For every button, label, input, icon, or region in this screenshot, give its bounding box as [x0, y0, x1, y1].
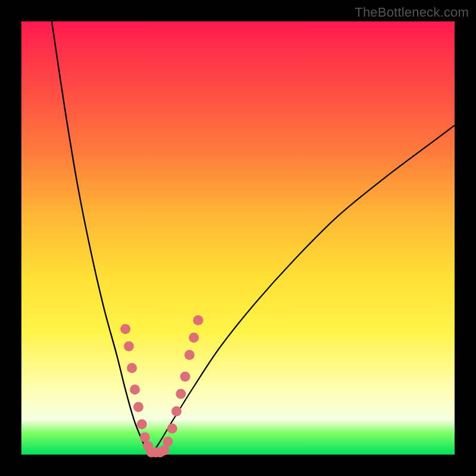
watermark-text: TheBottleneck.com: [355, 5, 469, 20]
marker-dot: [124, 342, 134, 352]
plot-area: [21, 21, 455, 455]
curve-right-branch: [151, 126, 455, 455]
marker-dot: [140, 432, 150, 442]
marker-dot: [130, 384, 140, 394]
marker-dot: [159, 445, 170, 455]
trough-dots: [120, 315, 203, 458]
marker-dot: [137, 419, 147, 430]
marker-dot: [167, 424, 177, 434]
marker-dot: [180, 371, 190, 381]
marker-dot: [184, 350, 195, 360]
marker-dot: [193, 315, 203, 325]
curve-layer: [21, 21, 455, 455]
chart-frame: TheBottleneck.com: [0, 0, 476, 476]
marker-dot: [176, 389, 186, 399]
marker-dot: [133, 402, 143, 412]
marker-dot: [120, 324, 130, 334]
marker-dot: [171, 406, 181, 416]
marker-dot: [127, 363, 137, 373]
marker-dot: [189, 333, 199, 343]
marker-dot: [163, 437, 173, 447]
